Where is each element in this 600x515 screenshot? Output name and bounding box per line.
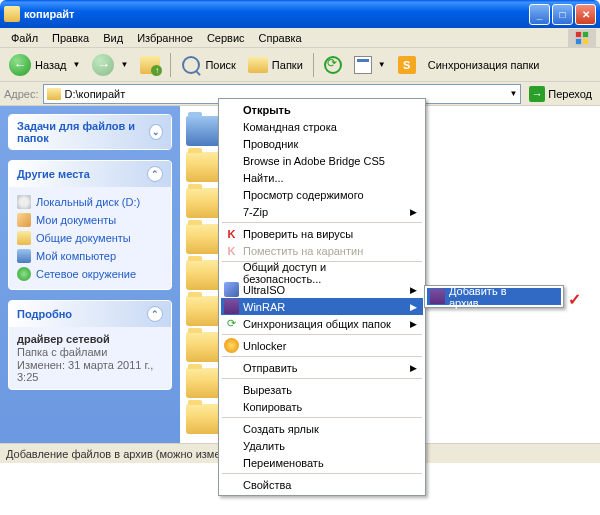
sync-icon: ⟳: [224, 316, 239, 331]
sidebar-item-network[interactable]: Сетевое окружение: [17, 265, 163, 283]
ctx-unlocker[interactable]: Unlocker: [221, 337, 423, 354]
folder-icon: [186, 224, 222, 254]
toolbar-separator: [313, 53, 314, 77]
arrow-right-icon: →: [92, 54, 114, 76]
chevron-up-icon[interactable]: ⌃: [147, 306, 163, 322]
ctx-copy[interactable]: Копировать: [221, 398, 423, 415]
views-icon: [354, 56, 372, 74]
close-button[interactable]: ✕: [575, 4, 596, 25]
ctx-label: Копировать: [243, 401, 302, 413]
maximize-button[interactable]: □: [552, 4, 573, 25]
menu-help[interactable]: Справка: [252, 30, 309, 46]
address-dropdown-icon[interactable]: ▼: [509, 89, 517, 98]
windows-logo-icon: [568, 29, 596, 47]
ctx-label: Удалить: [243, 440, 285, 452]
minimize-button[interactable]: _: [529, 4, 550, 25]
s-button[interactable]: S: [393, 53, 421, 77]
ctx-sync-folders[interactable]: ⟳Синхронизация общих папок▶: [221, 315, 423, 332]
sync-folder-button[interactable]: Синхронизация папки: [423, 56, 545, 74]
ctx-bridge[interactable]: Browse in Adobe Bridge CS5: [221, 152, 423, 169]
ctx-label: Проверить на вирусы: [243, 228, 353, 240]
details-panel-header[interactable]: Подробно ⌃: [9, 301, 171, 327]
ctx-cmdline[interactable]: Командная строка: [221, 118, 423, 135]
ctx-winrar[interactable]: WinRAR▶: [221, 298, 423, 315]
ctx-sharing[interactable]: Общий доступ и безопасность...: [221, 264, 423, 281]
ctx-cut[interactable]: Вырезать: [221, 381, 423, 398]
ctx-sendto[interactable]: Отправить▶: [221, 359, 423, 376]
fwd-dropdown-icon[interactable]: ▼: [120, 60, 128, 69]
ctx-view-contents[interactable]: Просмотр содержимого: [221, 186, 423, 203]
up-button[interactable]: [135, 53, 165, 77]
tasks-panel: Задачи для файлов и папок ⌄: [8, 114, 172, 150]
shared-icon: [17, 231, 31, 245]
forward-button[interactable]: → ▼: [87, 51, 133, 79]
ctx-rename[interactable]: Переименовать: [221, 454, 423, 471]
sidebar-item-local-disk[interactable]: Локальный диск (D:): [17, 193, 163, 211]
ctx-label: Отправить: [243, 362, 298, 374]
ctx-open[interactable]: Открыть: [221, 101, 423, 118]
ctx-label: WinRAR: [243, 301, 285, 313]
chevron-up-icon[interactable]: ⌃: [147, 166, 163, 182]
context-menu: Открыть Командная строка Проводник Brows…: [218, 98, 426, 496]
views-dropdown-icon[interactable]: ▼: [378, 60, 386, 69]
ctx-label: Просмотр содержимого: [243, 189, 364, 201]
back-button[interactable]: ← Назад ▼: [4, 51, 85, 79]
sidebar-item-label: Локальный диск (D:): [36, 196, 140, 208]
chevron-down-icon[interactable]: ⌄: [149, 124, 163, 140]
network-icon: [17, 267, 31, 281]
menu-view[interactable]: Вид: [96, 30, 130, 46]
address-value: D:\копирайт: [65, 88, 126, 100]
folders-button[interactable]: Папки: [243, 54, 308, 76]
submenu-add-archive[interactable]: Добавить в архив...: [427, 288, 561, 305]
title-bar: копирайт _ □ ✕: [0, 0, 600, 28]
winrar-icon: [430, 289, 445, 304]
window-buttons: _ □ ✕: [529, 4, 596, 25]
ctx-explorer[interactable]: Проводник: [221, 135, 423, 152]
chevron-right-icon: ▶: [410, 302, 417, 312]
ctx-label: Открыть: [243, 104, 291, 116]
sync-folder-label: Синхронизация папки: [428, 59, 540, 71]
menu-file[interactable]: Файл: [4, 30, 45, 46]
places-panel-body: Локальный диск (D:) Мои документы Общие …: [9, 187, 171, 289]
sync-button[interactable]: [319, 53, 347, 77]
svg-rect-2: [576, 38, 581, 43]
menu-tools[interactable]: Сервис: [200, 30, 252, 46]
back-dropdown-icon[interactable]: ▼: [73, 60, 81, 69]
ctx-label: Переименовать: [243, 457, 324, 469]
sidebar-item-shared-documents[interactable]: Общие документы: [17, 229, 163, 247]
folders-label: Папки: [272, 59, 303, 71]
ctx-label: Найти...: [243, 172, 284, 184]
sidebar-item-my-computer[interactable]: Мой компьютер: [17, 247, 163, 265]
menu-edit[interactable]: Правка: [45, 30, 96, 46]
menu-favorites[interactable]: Избранное: [130, 30, 200, 46]
details-panel-body: драйвер сетевой Папка с файлами Изменен:…: [9, 327, 171, 389]
search-button[interactable]: Поиск: [176, 52, 240, 78]
chevron-right-icon: ▶: [410, 207, 417, 217]
ctx-ultraiso[interactable]: UltraISO▶: [221, 281, 423, 298]
ctx-label: UltraISO: [243, 284, 285, 296]
ctx-properties[interactable]: Свойства: [221, 476, 423, 493]
search-label: Поиск: [205, 59, 235, 71]
ctx-label: Командная строка: [243, 121, 337, 133]
ctx-shortcut[interactable]: Создать ярлык: [221, 420, 423, 437]
kaspersky-icon: K: [224, 226, 239, 241]
ctx-7zip[interactable]: 7-Zip▶: [221, 203, 423, 220]
go-button[interactable]: → Переход: [525, 84, 596, 104]
sidebar-item-label: Общие документы: [36, 232, 131, 244]
submenu-label: Добавить в архив...: [449, 285, 543, 309]
views-button[interactable]: ▼: [349, 53, 391, 77]
ctx-delete[interactable]: Удалить: [221, 437, 423, 454]
sidebar-item-label: Мой компьютер: [36, 250, 116, 262]
sync-icon: [324, 56, 342, 74]
ctx-virus[interactable]: KПроверить на вирусы: [221, 225, 423, 242]
sidebar-item-my-documents[interactable]: Мои документы: [17, 211, 163, 229]
ctx-find[interactable]: Найти...: [221, 169, 423, 186]
search-icon: [182, 56, 200, 74]
places-panel-header[interactable]: Другие места ⌃: [9, 161, 171, 187]
svg-rect-0: [576, 31, 581, 36]
folder-open-icon: [186, 116, 222, 146]
ctx-label: Проводник: [243, 138, 298, 150]
tasks-panel-header[interactable]: Задачи для файлов и папок ⌄: [9, 115, 171, 149]
ctx-label: Browse in Adobe Bridge CS5: [243, 155, 385, 167]
toolbar-separator: [170, 53, 171, 77]
